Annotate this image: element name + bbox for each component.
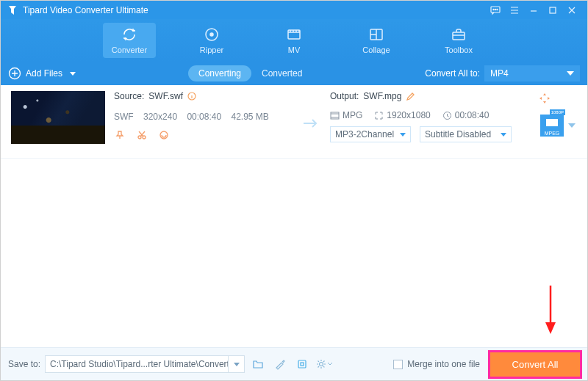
second-bar: Add Files Converting Converted Convert A… [1, 62, 587, 85]
audio-select-value: MP3-2Channel [335, 129, 394, 139]
file-card: Source: SWF.swf SWF 320x240 00:08:40 42.… [1, 85, 587, 159]
save-path-dropdown[interactable] [229, 355, 245, 373]
menu-icon[interactable] [505, 1, 524, 19]
nav-toolbox[interactable]: Toolbox [432, 23, 485, 58]
svg-rect-4 [550, 7, 556, 13]
merge-checkbox[interactable]: Merge into one file [393, 359, 480, 369]
subtitle-select-value: Subtitle Disabled [425, 129, 491, 139]
resolution-icon [374, 111, 384, 120]
gpu-icon[interactable] [293, 355, 311, 373]
edit-icon[interactable] [158, 129, 170, 141]
svg-point-6 [210, 33, 213, 36]
nav-converter-label: Converter [112, 46, 147, 54]
output-filename: SWF.mpg [363, 91, 401, 101]
audio-select[interactable]: MP3-2Channel [330, 126, 411, 142]
chevron-down-icon [501, 133, 506, 137]
svg-rect-9 [453, 32, 465, 40]
nav-ripper-label: Ripper [200, 46, 223, 54]
app-title: Tipard Video Converter Ultimate [23, 5, 148, 15]
convert-all-format-value: MP4 [490, 68, 509, 79]
app-logo-icon [7, 4, 18, 16]
chevron-down-icon [70, 72, 76, 76]
enhance-icon[interactable] [271, 355, 289, 373]
convert-all-to-label: Convert All to: [425, 68, 480, 79]
convert-all-to: Convert All to: MP4 [425, 65, 580, 81]
svg-point-3 [497, 9, 498, 10]
svg-rect-15 [331, 112, 339, 119]
open-folder-icon[interactable] [249, 355, 267, 373]
svg-rect-19 [301, 363, 304, 366]
info-icon[interactable] [187, 92, 196, 101]
settings-icon[interactable] [315, 355, 333, 373]
output-format-button[interactable]: 1080P MPEG [540, 115, 576, 137]
add-files-button[interactable]: Add Files [8, 67, 76, 80]
source-resolution: 320x240 [143, 112, 177, 122]
source-format: SWF [114, 112, 134, 122]
chevron-down-icon [568, 123, 576, 128]
ripper-icon [204, 26, 220, 43]
nav-mv-label: MV [288, 46, 301, 54]
source-duration: 00:08:40 [187, 112, 221, 122]
output-duration: 00:08:40 [442, 110, 490, 120]
top-nav: Converter Ripper MV Collage Toolbox [1, 19, 587, 62]
file-list: Source: SWF.swf SWF 320x240 00:08:40 42.… [1, 85, 587, 347]
tab-converting[interactable]: Converting [188, 65, 251, 81]
plus-circle-icon [8, 67, 21, 80]
merge-label: Merge into one file [407, 359, 480, 369]
subtitle-select[interactable]: Subtitle Disabled [420, 126, 512, 142]
output-info: Output: SWF.mpg MPG 1920x1080 00:08:40 [330, 91, 536, 142]
nav-ripper[interactable]: Ripper [185, 23, 238, 58]
source-size: 42.95 MB [231, 112, 268, 122]
film-icon [330, 111, 340, 120]
source-filename: SWF.swf [148, 91, 183, 101]
format-badge-icon: 1080P MPEG [540, 115, 564, 137]
output-resolution: 1920x1080 [374, 110, 430, 120]
save-to-label: Save to: [8, 359, 40, 369]
trim-icon[interactable] [136, 129, 148, 141]
chevron-down-icon [567, 71, 574, 76]
maximize-icon[interactable] [543, 1, 562, 19]
checkbox-icon [393, 360, 403, 369]
save-path-field[interactable]: C:\Tipard Studio\Tipard...rter Ultimate\… [45, 355, 229, 373]
convert-all-format-select[interactable]: MP4 [484, 65, 580, 81]
converter-icon [121, 26, 137, 43]
source-label: Source: [114, 91, 144, 101]
svg-point-2 [495, 9, 495, 10]
output-container: MPG [330, 110, 362, 120]
bottom-bar: Save to: C:\Tipard Studio\Tipard...rter … [1, 347, 587, 380]
convert-all-button[interactable]: Convert All [490, 352, 580, 377]
nav-toolbox-label: Toolbox [445, 46, 473, 54]
output-label: Output: [330, 91, 359, 101]
toolbox-icon [451, 26, 467, 43]
chevron-down-icon [327, 361, 333, 367]
source-info: Source: SWF.swf SWF 320x240 00:08:40 42.… [114, 91, 290, 141]
nav-collage[interactable]: Collage [350, 23, 403, 58]
chevron-down-icon [234, 363, 240, 366]
rename-icon[interactable] [406, 92, 415, 101]
nav-collage-label: Collage [362, 46, 390, 54]
nav-converter[interactable]: Converter [103, 23, 156, 58]
pin-icon[interactable] [114, 129, 126, 141]
tab-converted[interactable]: Converted [251, 65, 312, 81]
svg-point-1 [493, 9, 494, 10]
svg-rect-18 [298, 360, 306, 368]
titlebar: Tipard Video Converter Ultimate [1, 1, 587, 19]
chevron-down-icon [400, 133, 406, 137]
nav-mv[interactable]: MV [268, 23, 320, 58]
video-thumbnail[interactable] [11, 91, 105, 144]
arrow-right-icon [302, 117, 320, 129]
close-icon[interactable] [562, 1, 581, 19]
mv-icon [286, 26, 302, 43]
move-icon[interactable] [539, 92, 551, 104]
clock-icon [442, 111, 452, 120]
svg-point-20 [320, 363, 323, 366]
sub-tabs: Converting Converted [188, 65, 312, 81]
minimize-icon[interactable] [524, 1, 543, 19]
add-files-label: Add Files [26, 68, 62, 79]
collage-icon [368, 26, 384, 43]
feedback-icon[interactable] [486, 1, 505, 19]
